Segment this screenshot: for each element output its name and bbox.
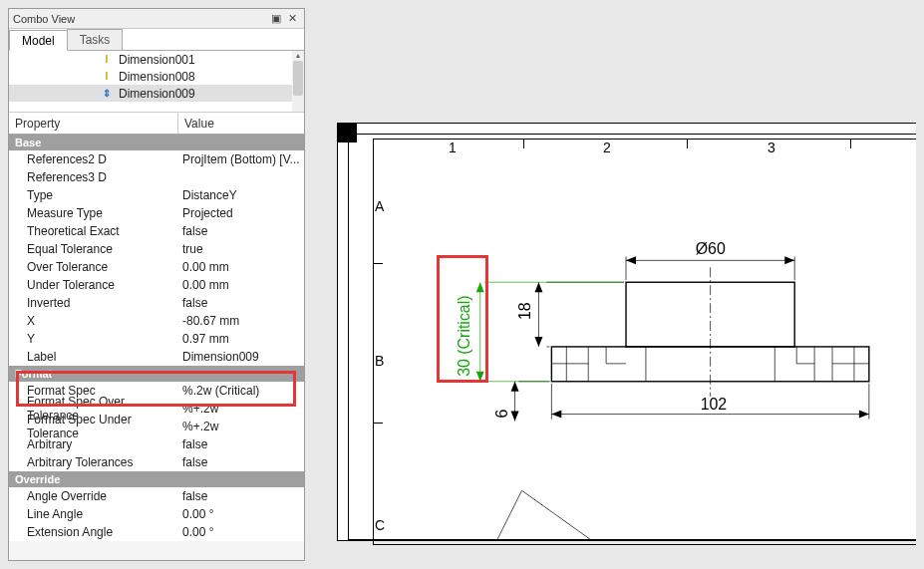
svg-marker-36 bbox=[476, 282, 484, 292]
svg-marker-23 bbox=[859, 411, 869, 419]
tree-item-label: Dimension009 bbox=[119, 87, 195, 101]
prop-label[interactable]: LabelDimension009 bbox=[9, 348, 304, 366]
value-col-header[interactable]: Value bbox=[178, 113, 304, 134]
dimension-icon: I bbox=[99, 53, 115, 67]
prop-references3d[interactable]: References3 D bbox=[9, 168, 304, 186]
svg-line-40 bbox=[522, 490, 592, 540]
svg-marker-18 bbox=[784, 256, 794, 264]
section-override[interactable]: Override bbox=[9, 471, 304, 487]
prop-references2d[interactable]: References2 DProjItem (Bottom) [V... bbox=[9, 150, 304, 168]
dim-phi60: Ø60 bbox=[696, 240, 726, 257]
property-grid: Base References2 DProjItem (Bottom) [V..… bbox=[9, 135, 304, 541]
tree-view[interactable]: I Dimension001 I Dimension008 ⇕ Dimensio… bbox=[9, 51, 304, 113]
tree-item-dimension009[interactable]: ⇕ Dimension009 bbox=[9, 85, 304, 102]
dim-18: 18 bbox=[516, 302, 533, 320]
svg-marker-28 bbox=[534, 337, 542, 347]
drawing-svg: Ø60 102 18 6 bbox=[338, 124, 916, 540]
scroll-thumb[interactable] bbox=[293, 61, 303, 96]
undock-icon[interactable]: ▣ bbox=[268, 12, 284, 25]
prop-measure-type[interactable]: Measure TypeProjected bbox=[9, 204, 304, 222]
prop-extension-angle[interactable]: Extension Angle0.00 ° bbox=[9, 523, 304, 541]
prop-equal-tolerance[interactable]: Equal Tolerancetrue bbox=[9, 240, 304, 258]
prop-theoretical-exact[interactable]: Theoretical Exactfalse bbox=[9, 222, 304, 240]
dimension-icon: I bbox=[99, 70, 115, 84]
svg-line-41 bbox=[497, 490, 522, 540]
svg-marker-32 bbox=[511, 382, 519, 392]
panel-title-bar: Combo View ▣ ✕ bbox=[9, 9, 304, 29]
prop-inverted[interactable]: Invertedfalse bbox=[9, 294, 304, 312]
prop-angle-override[interactable]: Angle Overridefalse bbox=[9, 487, 304, 505]
dimension-icon bbox=[99, 104, 115, 114]
svg-marker-17 bbox=[626, 256, 636, 264]
prop-over-tolerance[interactable]: Over Tolerance0.00 mm bbox=[9, 258, 304, 276]
dim-30-critical: 30 (Critical) bbox=[456, 295, 472, 376]
section-format[interactable]: Format bbox=[9, 366, 304, 382]
tab-tasks[interactable]: Tasks bbox=[67, 29, 124, 50]
panel-title: Combo View bbox=[13, 13, 75, 25]
combo-view-panel: Combo View ▣ ✕ Model Tasks I Dimension00… bbox=[8, 8, 305, 561]
svg-marker-33 bbox=[511, 412, 519, 422]
close-icon[interactable]: ✕ bbox=[284, 12, 300, 25]
svg-marker-27 bbox=[534, 282, 542, 292]
tree-item-dimension008[interactable]: I Dimension008 bbox=[9, 68, 304, 85]
scroll-up-icon[interactable]: ▴ bbox=[292, 51, 304, 60]
tree-item-more[interactable] bbox=[9, 102, 304, 113]
prop-arbitrary-tol[interactable]: Arbitrary Tolerancesfalse bbox=[9, 453, 304, 471]
prop-under-tolerance[interactable]: Under Tolerance0.00 mm bbox=[9, 276, 304, 294]
prop-format-spec-under[interactable]: Format Spec Under Tolerance%+.2w bbox=[9, 418, 304, 435]
tree-item-dimension001[interactable]: I Dimension001 bbox=[9, 51, 304, 68]
property-header: Property Value bbox=[9, 113, 304, 135]
dim-6: 6 bbox=[493, 410, 510, 419]
drawing-sheet: 1 2 3 A B C bbox=[337, 123, 916, 541]
prop-x[interactable]: X-80.67 mm bbox=[9, 312, 304, 330]
svg-marker-22 bbox=[551, 411, 561, 419]
combo-view-tabs: Model Tasks bbox=[9, 29, 304, 51]
tree-item-label: Dimension001 bbox=[119, 53, 195, 67]
svg-marker-37 bbox=[476, 372, 484, 382]
prop-type[interactable]: TypeDistanceY bbox=[9, 186, 304, 204]
tree-scrollbar[interactable]: ▴ bbox=[292, 51, 304, 112]
property-col-header[interactable]: Property bbox=[9, 113, 178, 134]
prop-y[interactable]: Y0.97 mm bbox=[9, 330, 304, 348]
section-base[interactable]: Base bbox=[9, 135, 304, 150]
dim-102: 102 bbox=[701, 396, 728, 413]
dimension-selected-icon: ⇕ bbox=[99, 87, 115, 101]
tree-item-label: Dimension008 bbox=[119, 70, 195, 84]
tab-model[interactable]: Model bbox=[9, 30, 68, 51]
prop-line-angle[interactable]: Line Angle0.00 ° bbox=[9, 505, 304, 523]
prop-arbitrary[interactable]: Arbitraryfalse bbox=[9, 435, 304, 453]
drawing-canvas[interactable]: 1 2 3 A B C bbox=[317, 8, 916, 561]
